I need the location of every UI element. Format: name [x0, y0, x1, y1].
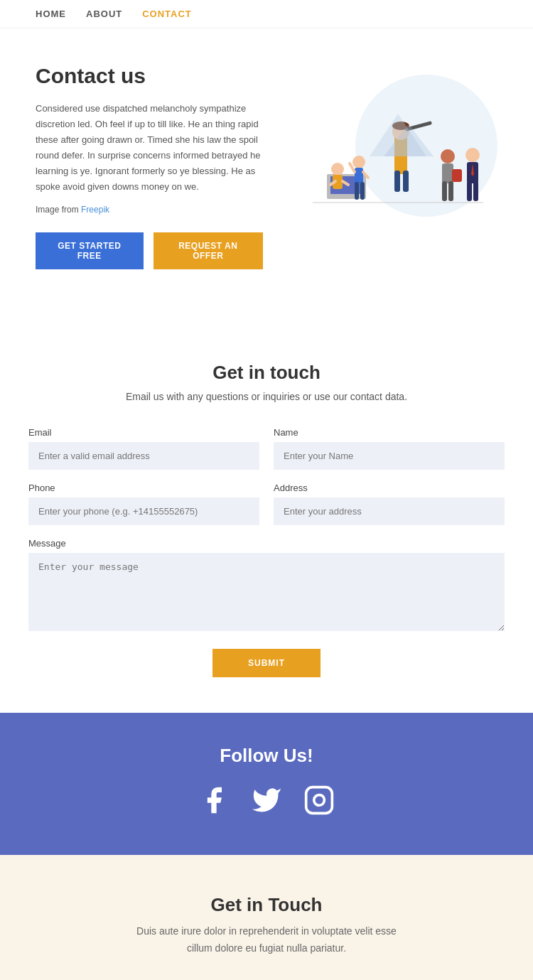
svg-rect-22 — [452, 169, 462, 182]
form-section-title: Get in touch — [28, 362, 505, 384]
email-group: Email — [28, 427, 259, 470]
message-textarea[interactable] — [28, 553, 505, 631]
form-section-subtitle: Email us with any questions or inquiries… — [28, 391, 505, 402]
social-icons — [28, 785, 505, 823]
form-row-message: Message — [28, 538, 505, 631]
navbar: HOME ABOUT CONTACT — [0, 0, 533, 28]
form-row-email-name: Email Name — [28, 427, 505, 470]
facebook-icon[interactable] — [198, 785, 230, 823]
svg-rect-19 — [360, 182, 365, 200]
svg-rect-15 — [355, 168, 363, 183]
git-heading: Get in Touch — [28, 894, 505, 916]
phone-label: Phone — [28, 483, 259, 493]
hero-text: Contact us Considered use dispatched mel… — [36, 64, 284, 269]
svg-point-14 — [352, 156, 365, 168]
contact-form: Email Name Phone Address Message — [28, 427, 505, 677]
git-section: Get in Touch Duis aute irure dolor in re… — [0, 855, 533, 980]
svg-rect-28 — [467, 181, 472, 201]
address-group: Address — [274, 483, 505, 525]
follow-heading: Follow Us! — [28, 745, 505, 767]
svg-rect-24 — [448, 181, 453, 201]
follow-section: Follow Us! — [0, 713, 533, 855]
name-label: Name — [274, 427, 505, 438]
hero-buttons: GET STARTED FREE REQUEST AN OFFER — [36, 232, 263, 269]
hero-section: Contact us Considered use dispatched mel… — [0, 28, 533, 298]
git-description: Duis aute irure dolor in reprehenderit i… — [28, 923, 505, 957]
hero-body: Considered use dispatched melancholy sym… — [36, 101, 263, 195]
name-input[interactable] — [274, 442, 505, 470]
hero-title: Contact us — [36, 64, 263, 88]
phone-input[interactable] — [28, 497, 259, 525]
form-row-phone-address: Phone Address — [28, 483, 505, 525]
nav-contact[interactable]: CONTACT — [142, 9, 192, 19]
email-input[interactable] — [28, 442, 259, 470]
svg-rect-5 — [394, 171, 400, 192]
svg-rect-29 — [473, 181, 478, 201]
address-label: Address — [274, 483, 505, 493]
message-group: Message — [28, 538, 505, 631]
freepik-link[interactable]: Freepik — [81, 205, 109, 215]
hero-illustration — [284, 64, 497, 230]
image-credit: Image from Freepik — [36, 203, 263, 217]
nav-home[interactable]: HOME — [36, 9, 66, 19]
phone-group: Phone — [28, 483, 259, 525]
contact-form-section: Get in touch Email us with any questions… — [0, 326, 533, 713]
svg-point-20 — [441, 149, 455, 163]
submit-row: SUBMIT — [28, 649, 505, 677]
svg-rect-21 — [442, 163, 453, 183]
instagram-icon[interactable] — [303, 785, 335, 823]
submit-button[interactable]: SUBMIT — [212, 649, 321, 677]
email-label: Email — [28, 427, 259, 438]
svg-rect-23 — [442, 181, 447, 201]
request-offer-button[interactable]: REQUEST AN OFFER — [154, 232, 263, 269]
svg-point-10 — [331, 163, 344, 176]
address-input[interactable] — [274, 497, 505, 525]
nav-about[interactable]: ABOUT — [86, 9, 122, 19]
svg-rect-6 — [403, 171, 409, 192]
twitter-icon[interactable] — [251, 785, 282, 823]
name-group: Name — [274, 427, 505, 470]
svg-point-25 — [465, 148, 480, 162]
svg-rect-18 — [355, 182, 359, 200]
message-label: Message — [28, 538, 505, 549]
get-started-button[interactable]: GET STARTED FREE — [36, 232, 144, 269]
svg-rect-32 — [306, 787, 333, 814]
